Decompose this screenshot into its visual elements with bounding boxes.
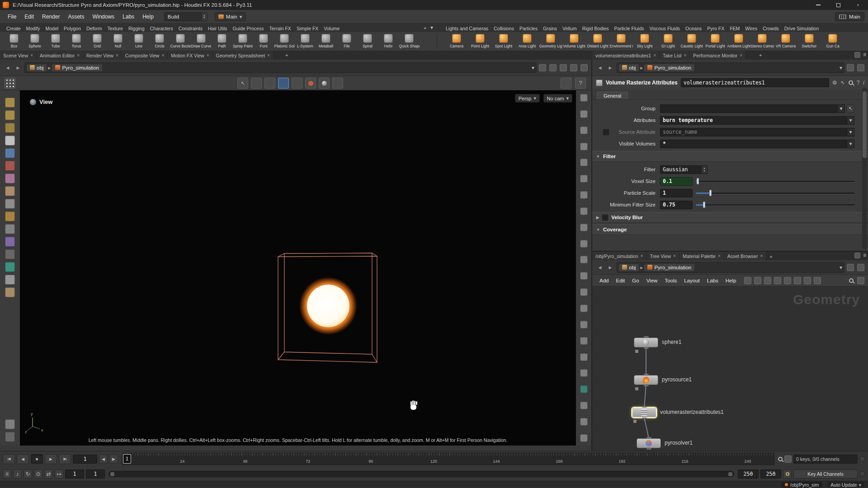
add-pane-tab-button[interactable]: + (282, 52, 291, 59)
velocity-blur-checkbox[interactable] (602, 215, 608, 221)
breadcrumb-root[interactable]: obj (619, 264, 639, 271)
range-end-handle[interactable] (728, 472, 732, 476)
viewport-settings-icon[interactable] (5, 432, 15, 442)
shape-palette-icon[interactable] (804, 277, 811, 284)
radial-menu-selector[interactable]: Main (835, 12, 864, 21)
node-label[interactable]: sphere1 (662, 339, 681, 345)
jump-to-node-icon[interactable] (840, 80, 844, 86)
shelf-tool[interactable]: Null (108, 33, 128, 51)
node-volumerasterizeattributes1[interactable]: volumerasterizeattributes1 (632, 408, 656, 418)
menu-item[interactable]: Windows (88, 12, 118, 22)
display-wireframe-icon[interactable] (580, 240, 588, 248)
shelf-tool[interactable]: Gun Ca (821, 33, 844, 51)
slider-handle[interactable] (709, 190, 712, 196)
pane-tab[interactable]: Material Palette (679, 252, 724, 260)
breadcrumb-node[interactable]: Pyro_simulation (52, 64, 102, 71)
mask-tool-icon[interactable] (5, 249, 15, 259)
gear-icon[interactable] (832, 80, 837, 86)
desktop-selector[interactable]: Build (164, 12, 208, 21)
shelf-tab[interactable]: Create (4, 25, 24, 32)
context-path-chip[interactable]: /obj/Pyro_sim (781, 482, 823, 488)
flipbook-icon[interactable] (580, 418, 588, 426)
shelf-tool[interactable]: VR Camera (774, 33, 797, 51)
section-filter[interactable]: Filter (592, 151, 868, 162)
next-frame-button[interactable] (109, 455, 118, 464)
source-attribute-checkbox[interactable] (603, 129, 609, 135)
display-primitives-icon[interactable] (580, 224, 588, 231)
add-shelf-tab-button[interactable]: + (420, 24, 429, 32)
pane-tab[interactable]: Composite View (122, 51, 168, 60)
pane-layout-icon[interactable] (854, 52, 860, 58)
menu-item[interactable]: File (4, 12, 20, 22)
follow-selection-icon[interactable] (857, 264, 864, 271)
camera-list-icon[interactable] (580, 143, 588, 150)
shelf-tab[interactable]: Vellum (560, 25, 580, 32)
menu-item[interactable]: View (643, 277, 661, 285)
shelf-tab[interactable]: Rigging (126, 25, 147, 32)
snapshot-b-icon[interactable] (570, 64, 577, 71)
menu-item[interactable]: Help (722, 277, 740, 285)
shelf-tool[interactable]: Circle (149, 33, 170, 51)
display-lighting-icon[interactable] (580, 321, 588, 328)
shelf-tool[interactable]: Tube (45, 33, 66, 51)
shelf-tab[interactable]: Pyro FX (704, 25, 727, 32)
pane-tab[interactable]: Render View (83, 51, 122, 60)
info-icon[interactable] (863, 80, 864, 86)
shelf-tab[interactable]: Deform (84, 25, 104, 32)
shelf-tab[interactable]: Volume (321, 25, 342, 32)
shelf-tool[interactable]: Switcher (797, 33, 821, 51)
overview-map-icon[interactable] (814, 277, 821, 284)
search-icon[interactable] (849, 80, 853, 85)
main-menu-selector[interactable]: Main (215, 12, 246, 21)
shelf-tool[interactable]: Spiral (357, 33, 378, 51)
menu-item[interactable]: Layout (680, 277, 703, 285)
stepper-icon[interactable] (201, 13, 207, 21)
filter-spinner[interactable] (702, 165, 708, 174)
node-name-field[interactable] (681, 78, 829, 87)
snapshot-a-icon[interactable] (560, 64, 567, 71)
global-start-field[interactable] (65, 469, 84, 479)
menu-item[interactable]: Edit (20, 12, 38, 22)
pane-tab[interactable]: Geometry Spreadsheet (213, 51, 274, 60)
shelf-tab[interactable]: Hair Utils (205, 25, 230, 32)
shelf-tool[interactable]: Sky Light (633, 33, 656, 51)
shelf-tool[interactable]: Path (212, 33, 232, 51)
node-pyrosource1[interactable]: pyrosource1 (634, 375, 658, 385)
shelf-tool[interactable]: Grid (87, 33, 108, 51)
pane-tab[interactable]: /obj/Pyro_simulation (592, 252, 646, 260)
minimum-filter-size-slider[interactable] (696, 201, 854, 208)
particle-scale-slider[interactable] (696, 189, 854, 197)
menu-item[interactable]: Labs (118, 12, 138, 22)
shelf-tab[interactable]: Particle Fluids (612, 25, 647, 32)
loop-mode-button[interactable] (24, 469, 32, 479)
display-grid-icon[interactable] (580, 337, 588, 345)
pin-pane-icon[interactable] (847, 64, 854, 71)
character-pick-icon[interactable] (5, 275, 15, 285)
stop-button[interactable] (31, 454, 43, 464)
display-options-toolbar-icon[interactable] (332, 78, 343, 89)
shelf-overflow-icon[interactable] (430, 24, 433, 31)
shelf-tool[interactable]: Camera (445, 33, 468, 51)
shelf-tab[interactable]: Grains (540, 25, 560, 32)
terrain-brush-icon[interactable] (5, 287, 15, 297)
display-options-icon[interactable] (580, 385, 588, 393)
paint-tool-icon[interactable] (5, 211, 15, 221)
frame-selected-icon[interactable] (580, 127, 588, 134)
handles-tool-icon[interactable] (5, 161, 15, 171)
prev-frame-button[interactable] (99, 455, 108, 464)
menu-item[interactable]: Add (596, 277, 612, 285)
close-icon[interactable] (30, 53, 33, 58)
lasso-select-icon[interactable] (251, 78, 262, 89)
shelf-tab[interactable]: Terrain FX (266, 25, 293, 32)
node-flag-badge[interactable] (635, 387, 638, 390)
shelf-tab[interactable]: Oceans (683, 25, 704, 32)
layout-grid-icon[interactable] (857, 277, 864, 284)
source-attribute-menu-button[interactable] (847, 128, 854, 136)
select-tool-icon[interactable] (5, 136, 15, 145)
playbar-options-button[interactable] (3, 469, 11, 479)
shelf-tab[interactable]: Polygon (61, 25, 84, 32)
global-end-field[interactable] (760, 469, 781, 479)
viewport-3d[interactable]: View Persp No cam (20, 90, 576, 446)
audio-toggle-button[interactable] (13, 469, 22, 479)
help-icon[interactable] (857, 80, 860, 86)
